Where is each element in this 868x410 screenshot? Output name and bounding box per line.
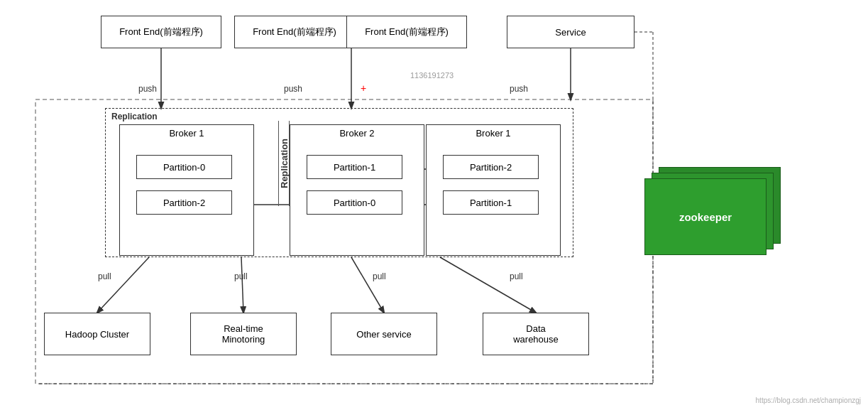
pull4-label: pull bbox=[510, 271, 523, 281]
push1-label: push bbox=[138, 84, 157, 94]
diagram: Front End(前端程序) Front End(前端程序) Front En… bbox=[0, 0, 868, 410]
id-label: 1136191273 bbox=[410, 71, 454, 80]
frontend3-label: Front End(前端程序) bbox=[365, 26, 449, 38]
frontend2-label: Front End(前端程序) bbox=[253, 26, 336, 38]
broker3-title: Broker 1 bbox=[476, 128, 510, 139]
push2-label: push bbox=[284, 84, 302, 94]
broker2-title: Broker 2 bbox=[339, 128, 374, 139]
partition2-broker1: Partition-2 bbox=[136, 190, 232, 215]
frontend1-label: Front End(前端程序) bbox=[119, 26, 203, 38]
realtime-box: Real-time Minotoring bbox=[190, 313, 297, 355]
svg-line-5 bbox=[241, 257, 243, 313]
frontend2-box: Front End(前端程序) bbox=[234, 16, 355, 48]
partition1-broker3: Partition-1 bbox=[443, 190, 539, 215]
zookeeper-label: zookeeper bbox=[679, 211, 732, 223]
partition2-broker3-label: Partition-2 bbox=[470, 162, 512, 173]
partition1-broker3-label: Partition-1 bbox=[470, 198, 512, 208]
hadoop-box: Hadoop Cluster bbox=[44, 313, 150, 355]
other-service-box: Other service bbox=[331, 313, 437, 355]
svg-line-6 bbox=[351, 257, 384, 313]
partition2-broker1-label: Partition-2 bbox=[163, 198, 205, 208]
other-service-label: Other service bbox=[356, 329, 411, 340]
pull3-label: pull bbox=[373, 271, 386, 281]
frontend1-box: Front End(前端程序) bbox=[101, 16, 221, 48]
svg-line-4 bbox=[97, 257, 149, 313]
datawarehouse-label2: warehouse bbox=[513, 334, 559, 345]
replication-side-label: Replication bbox=[278, 121, 290, 206]
service-label: Service bbox=[555, 27, 586, 38]
replication-outer-label: Replication bbox=[111, 112, 158, 122]
service-box: Service bbox=[507, 16, 634, 48]
datawarehouse-box: Data warehouse bbox=[483, 313, 589, 355]
push3-label: push bbox=[510, 84, 528, 94]
datawarehouse-label: Data bbox=[526, 323, 545, 334]
partition0-broker2: Partition-0 bbox=[307, 190, 402, 215]
pull2-label: pull bbox=[234, 271, 248, 281]
pull1-label: pull bbox=[98, 271, 111, 281]
partition2-broker3: Partition-2 bbox=[443, 155, 539, 179]
partition0-broker1: Partition-0 bbox=[136, 155, 232, 179]
watermark-label: https://blog.csdn.net/championzgj bbox=[756, 396, 861, 404]
partition1-broker2: Partition-1 bbox=[307, 155, 402, 179]
partition1-broker2-label: Partition-1 bbox=[334, 162, 375, 173]
partition0-broker1-label: Partition-0 bbox=[163, 162, 205, 173]
hadoop-label: Hadoop Cluster bbox=[65, 329, 129, 340]
svg-line-7 bbox=[440, 257, 536, 313]
realtime-label: Real-time bbox=[224, 323, 263, 334]
realtime-label2: Minotoring bbox=[222, 334, 265, 345]
frontend3-box: Front End(前端程序) bbox=[346, 16, 467, 48]
plus-label: + bbox=[361, 82, 366, 94]
broker1-title: Broker 1 bbox=[169, 128, 204, 139]
zookeeper-box-front: zookeeper bbox=[644, 178, 767, 255]
partition0-broker2-label: Partition-0 bbox=[334, 198, 375, 208]
